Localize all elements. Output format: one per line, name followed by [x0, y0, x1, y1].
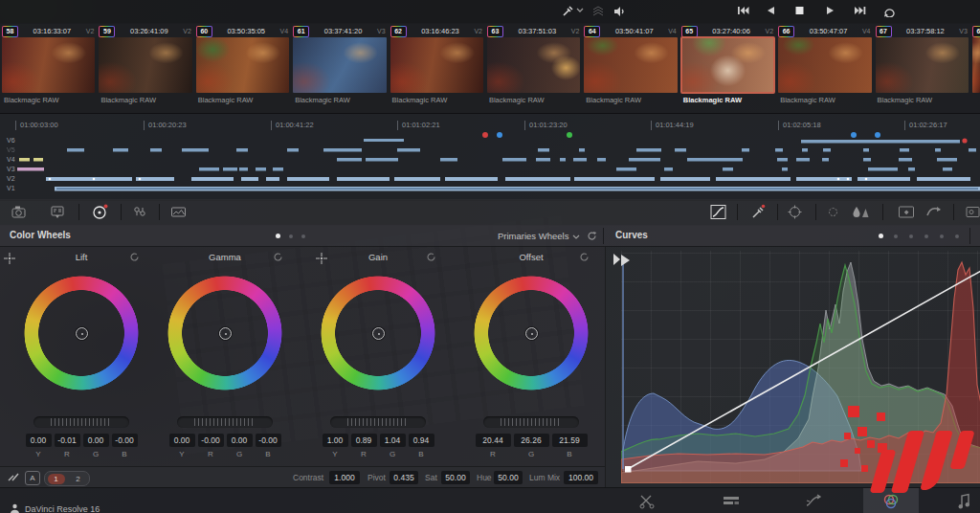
clip-thumbnail-partial[interactable]: 68 [970, 23, 980, 113]
page-dot-active[interactable] [276, 234, 280, 238]
gain-y-value[interactable]: 1.00 [323, 434, 348, 447]
gamma-wheel-cursor[interactable] [219, 327, 232, 340]
clip-thumbnail[interactable]: 6003:50:35:05V4 Blackmagic RAW [194, 23, 291, 113]
page-dot[interactable] [940, 234, 944, 238]
lift-b-value[interactable]: -0.00 [112, 434, 138, 447]
custom-curves-toggle-icon[interactable] [8, 472, 20, 484]
gain-g-value[interactable]: 1.04 [380, 434, 406, 447]
clip-number-badge: 60 [196, 26, 212, 37]
gamma-master-wheel[interactable] [177, 416, 273, 428]
gain-b-value[interactable]: 0.94 [409, 434, 434, 447]
clip-thumbnail[interactable]: 5803:16:33:07V2 Blackmagic RAW [0, 23, 97, 113]
clip-image[interactable] [487, 37, 580, 93]
chevron-down-icon[interactable] [576, 8, 590, 21]
lift-y-value[interactable]: 0.00 [26, 434, 52, 447]
loop-playback-button[interactable] [882, 5, 896, 18]
page-dot[interactable] [924, 234, 928, 238]
page-2-button[interactable]: 2 [70, 474, 87, 484]
clip-image[interactable] [584, 37, 677, 93]
gamma-g-value[interactable]: 0.00 [227, 434, 253, 447]
lift-g-value[interactable]: 0.00 [83, 434, 109, 447]
lift-wheel-cursor[interactable] [76, 327, 88, 340]
stop-button[interactable] [794, 5, 808, 18]
clip-thumbnail[interactable]: 5903:26:41:09V2 Blackmagic RAW [97, 23, 193, 113]
sizing-palette-icon[interactable] [924, 204, 941, 220]
qualifier-eyedropper-icon[interactable] [750, 204, 767, 220]
skip-to-end-button[interactable] [854, 5, 867, 18]
gain-reset-icon[interactable] [426, 252, 436, 262]
skip-to-start-button[interactable] [737, 5, 750, 18]
stereo-palette-icon[interactable] [965, 204, 980, 220]
clip-image[interactable] [196, 37, 289, 93]
clip-image[interactable] [2, 37, 95, 93]
clip-thumbnail[interactable]: 6603:50:47:07V4 Blackmagic RAW [776, 23, 873, 113]
keyframes-palette-icon[interactable] [898, 204, 914, 220]
page-tab-edit[interactable] [722, 492, 741, 511]
clip-thumbnail[interactable]: 6103:37:41:20V3 Blackmagic RAW [291, 23, 388, 113]
clip-image[interactable] [681, 37, 774, 93]
gamma-r-value[interactable]: -0.00 [198, 434, 224, 447]
lift-reset-icon[interactable] [129, 252, 140, 262]
page-dot[interactable] [909, 234, 913, 238]
offset-r-value[interactable]: 20.44 [476, 434, 511, 447]
gamma-b-value[interactable]: -0.00 [256, 434, 281, 447]
tracker-icon[interactable] [787, 204, 803, 220]
page-dot[interactable] [301, 234, 305, 238]
clip-image[interactable] [972, 37, 980, 93]
blur-palette-icon[interactable] [852, 204, 868, 220]
page-dot[interactable] [289, 234, 293, 238]
offset-g-value[interactable]: 26.26 [514, 434, 549, 447]
clip-thumbnail[interactable]: 6703:37:58:12V3 Blackmagic RAW [874, 23, 970, 113]
page-dot[interactable] [955, 234, 959, 238]
camera-raw-icon[interactable] [11, 204, 28, 220]
clip-image[interactable] [778, 37, 871, 93]
rgb-mixer-icon[interactable] [132, 204, 148, 220]
color-wheels-palette-icon-active[interactable] [92, 204, 108, 220]
clip-image[interactable] [99, 37, 191, 93]
color-picker-icon[interactable] [561, 5, 574, 18]
chevron-down-icon[interactable] [572, 234, 580, 239]
auto-mode-badge[interactable]: A [25, 471, 40, 485]
page-1-button[interactable]: 1 [48, 474, 65, 484]
clip-thumbnail[interactable]: 6403:50:41:07V4 Blackmagic RAW [582, 23, 679, 113]
play-reverse-button[interactable] [766, 5, 779, 18]
sat-value[interactable]: 50.00 [441, 471, 470, 484]
wipe-modes-icon[interactable] [591, 5, 605, 18]
gain-r-value[interactable]: 0.89 [351, 434, 377, 447]
offset-reset-icon[interactable] [579, 252, 590, 262]
color-match-icon[interactable] [50, 204, 66, 220]
gamma-y-value[interactable]: 0.00 [169, 434, 195, 447]
clip-image[interactable] [876, 37, 969, 93]
panel-splitter-handle[interactable] [612, 252, 621, 267]
gamma-reset-icon[interactable] [273, 252, 283, 262]
wheel-mode-dropdown[interactable]: Primaries Wheels [498, 231, 568, 241]
hue-value[interactable]: 50.00 [494, 471, 523, 484]
clip-thumbnail-selected[interactable]: 6503:27:40:06V2 Blackmagic RAW [679, 23, 776, 113]
timeline-clips-graphic[interactable] [0, 135, 980, 198]
clip-image[interactable] [293, 37, 386, 93]
offset-wheel-cursor[interactable] [525, 327, 538, 340]
reset-palette-icon[interactable] [587, 231, 597, 241]
offset-b-value[interactable]: 21.59 [552, 434, 588, 447]
gain-wheel-cursor[interactable] [372, 327, 385, 340]
curves-palette-icon[interactable] [710, 204, 726, 220]
pivot-value[interactable]: 0.435 [390, 471, 418, 484]
stabilizer-icon[interactable] [825, 204, 841, 220]
clip-thumbnail[interactable]: 6203:16:46:23V2 Blackmagic RAW [389, 23, 485, 113]
page-dot[interactable] [894, 234, 898, 238]
play-button[interactable] [825, 5, 838, 18]
clip-thumbnail[interactable]: 6303:37:51:03V2 Blackmagic RAW [485, 23, 582, 113]
contrast-value[interactable]: 1.000 [329, 471, 360, 484]
lift-r-value[interactable]: -0.01 [55, 434, 80, 447]
offset-master-wheel[interactable] [483, 416, 579, 428]
gain-master-wheel[interactable] [330, 416, 426, 428]
mini-timeline[interactable]: 01:00:03:00 01:00:20:23 01:00:41:22 01:0… [0, 113, 980, 201]
lum-mix-value[interactable]: 100.00 [564, 471, 598, 484]
lift-master-wheel[interactable] [33, 416, 129, 428]
clip-image[interactable] [390, 37, 483, 93]
page-dot-active[interactable] [879, 234, 883, 238]
audio-mute-icon[interactable] [612, 5, 626, 18]
page-tab-cut[interactable] [637, 492, 657, 511]
motion-effects-icon[interactable] [170, 204, 187, 220]
adjustment-page-toggle[interactable]: 1 2 [44, 471, 90, 486]
